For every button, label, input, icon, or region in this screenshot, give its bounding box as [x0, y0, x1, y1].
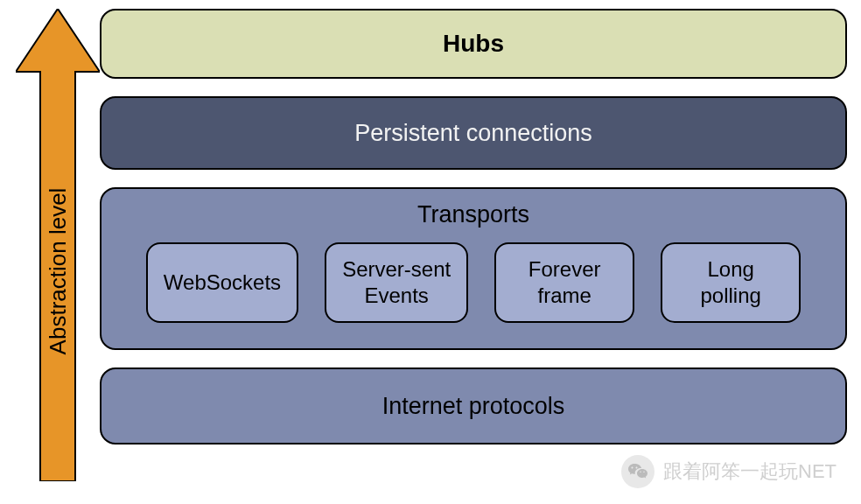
diagram-container: Abstraction level Hubs Persistent connec… — [16, 9, 847, 481]
transport-server-sent-events: Server-sentEvents — [325, 242, 468, 323]
layer-persistent-connections: Persistent connections — [100, 96, 847, 170]
layer-internet-label: Internet protocols — [382, 393, 565, 420]
layer-transports-label: Transports — [417, 201, 529, 228]
abstraction-arrow: Abstraction level — [16, 9, 94, 481]
transport-websockets: WebSockets — [146, 242, 298, 323]
wechat-icon — [621, 455, 654, 488]
chat-bubble-icon — [627, 461, 648, 482]
transport-items-row: WebSockets Server-sentEvents Foreverfram… — [112, 242, 835, 323]
watermark-text: 跟着阿笨一起玩NET — [663, 458, 836, 485]
layer-transports: Transports WebSockets Server-sentEvents … — [100, 187, 847, 350]
layer-hubs-label: Hubs — [443, 30, 504, 58]
layer-hubs: Hubs — [100, 9, 847, 79]
watermark: 跟着阿笨一起玩NET — [621, 455, 836, 488]
layer-persistent-label: Persistent connections — [354, 120, 592, 147]
arrow-label: Abstraction level — [45, 188, 72, 355]
transport-forever-frame: Foreverframe — [494, 242, 634, 323]
layer-internet-protocols: Internet protocols — [100, 368, 847, 444]
transport-long-polling: Longpolling — [661, 242, 801, 323]
layer-stack: Hubs Persistent connections Transports W… — [100, 9, 847, 444]
